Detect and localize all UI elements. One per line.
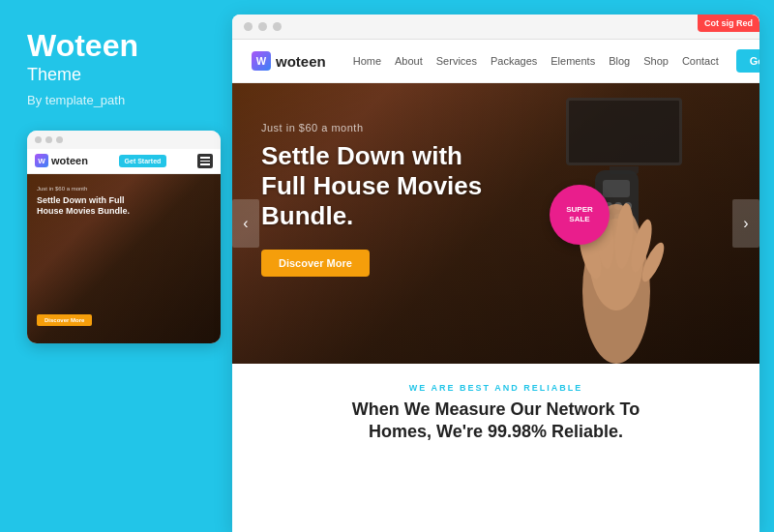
mini-preview-card: W woteen Get Started Just in $60 a month…: [27, 131, 221, 343]
nav-link-services[interactable]: Services: [436, 55, 477, 67]
theme-title: Woteen: [27, 29, 213, 63]
bottom-subtitle: WE ARE BEST AND RELIABLE: [261, 383, 730, 393]
mini-nav: W woteen Get Started: [27, 149, 221, 174]
mini-dot-2: [45, 136, 52, 143]
nav-link-contact[interactable]: Contact: [682, 55, 719, 67]
browser-chrome: [232, 15, 759, 40]
site-logo-text: woteen: [276, 53, 326, 70]
theme-subtitle: Theme: [27, 65, 213, 85]
left-panel: Woteen Theme By template_path W woteen G…: [0, 0, 232, 532]
nav-link-about[interactable]: About: [395, 55, 423, 67]
browser-dot-3: [273, 22, 282, 31]
nav-links: Home About Services Packages Elements Bl…: [353, 55, 719, 67]
mini-logo-text: woteen: [51, 155, 88, 166]
mini-tag: Just in $60 a month: [37, 186, 87, 192]
mini-logo-icon: W: [35, 154, 48, 167]
bottom-section: WE ARE BEST AND RELIABLE When We Measure…: [232, 364, 759, 532]
hero-prev-arrow[interactable]: ‹: [232, 199, 259, 248]
site-logo-icon: W: [252, 51, 271, 71]
mini-hamburger-icon[interactable]: [197, 154, 213, 168]
mini-browser-bar: [27, 131, 221, 149]
hero-content: Just in $60 a month Settle Down withFull…: [261, 122, 482, 277]
nav-link-shop[interactable]: Shop: [643, 55, 669, 67]
nav-link-home[interactable]: Home: [353, 55, 381, 67]
mini-dot-1: [35, 136, 42, 143]
mini-logo: W woteen: [35, 154, 88, 167]
browser-dot-2: [258, 22, 267, 31]
super-sale-badge: SUPER SALE: [550, 185, 610, 245]
browser-dot-1: [244, 22, 253, 31]
site-logo: W woteen: [252, 51, 326, 71]
badge-line1: SUPER: [566, 205, 593, 215]
svg-rect-1: [603, 180, 630, 197]
theme-author: By template_path: [27, 93, 213, 107]
hero-hand-area: [527, 141, 701, 364]
nav-link-packages[interactable]: Packages: [491, 55, 537, 67]
hero-next-arrow[interactable]: ›: [732, 199, 759, 248]
site-nav: W woteen Home About Services Packages El…: [232, 40, 759, 83]
corner-badge: Cot sig Red: [698, 15, 759, 32]
mini-dot-3: [56, 136, 63, 143]
hero-heading: Settle Down withFull House MoviesBundle.: [261, 141, 482, 232]
mini-hero: Just in $60 a month Settle Down with Ful…: [27, 174, 221, 343]
mini-get-started[interactable]: Get Started: [119, 155, 167, 167]
nav-link-elements[interactable]: Elements: [551, 55, 595, 67]
nav-link-blog[interactable]: Blog: [609, 55, 630, 67]
badge-line2: SALE: [569, 215, 589, 224]
hero-section: Just in $60 a month Settle Down withFull…: [232, 83, 759, 364]
mini-discover-btn[interactable]: Discover More: [37, 314, 92, 326]
bottom-heading: When We Measure Our Network ToHomes, We'…: [261, 399, 730, 444]
mini-heading: Settle Down with Full House Movies Bundl…: [37, 195, 134, 218]
hero-tag: Just in $60 a month: [261, 122, 482, 133]
nav-get-started-button[interactable]: Get Started: [736, 49, 759, 73]
hero-cta-button[interactable]: Discover More: [261, 250, 370, 277]
right-panel: Cot sig Red W woteen Home About Services…: [232, 15, 759, 532]
